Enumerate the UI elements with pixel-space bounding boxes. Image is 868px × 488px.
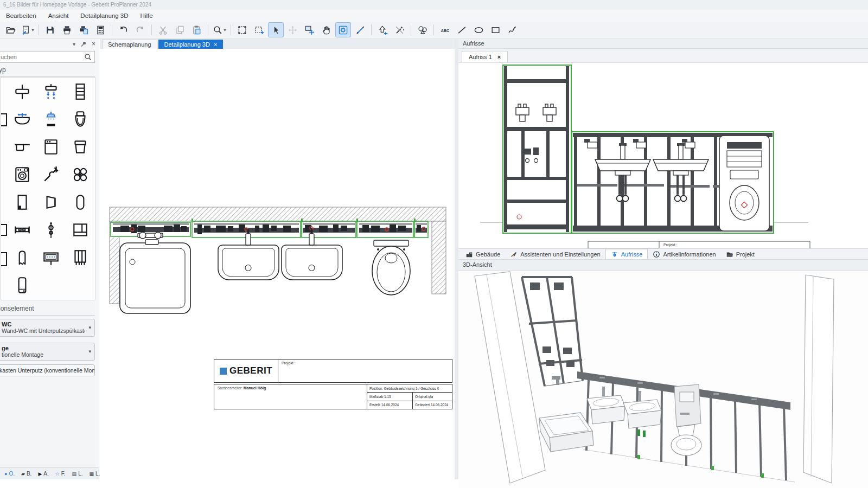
no-snap-button[interactable] [392, 22, 407, 37]
symbol-sink[interactable] [8, 133, 37, 160]
clipped-symbol[interactable] [1, 113, 7, 126]
dock-tab-label: O. [9, 471, 15, 477]
dock-tab-layer[interactable]: ▤L. [69, 470, 86, 478]
line-button[interactable] [454, 22, 470, 37]
tab-artikelinformationen[interactable]: Artikelinformationen [648, 249, 720, 259]
menu-hilfe[interactable]: Hilfe [135, 11, 159, 21]
undo-button[interactable] [116, 22, 131, 37]
symbol-fan[interactable] [66, 160, 95, 188]
tab-gebaeude[interactable]: Gebäude [461, 249, 505, 259]
symbol-panel[interactable] [8, 188, 37, 216]
symbol-tub[interactable] [66, 188, 95, 216]
spline-button[interactable] [505, 22, 520, 37]
3d-view[interactable] [458, 271, 868, 488]
wc-3d[interactable] [671, 425, 701, 455]
dock-tab-bauteile[interactable]: ▰B. [18, 470, 35, 478]
pin-icon[interactable] [80, 41, 87, 47]
print-preview-button[interactable] [76, 22, 92, 37]
redo-button[interactable] [132, 22, 148, 37]
symbol-wc[interactable] [66, 105, 95, 133]
chevron-down-icon[interactable]: ▾ [224, 28, 226, 33]
tab-assistenten[interactable]: Assistenten und Einstellungen [505, 249, 605, 259]
symbol-radpipes[interactable] [66, 243, 95, 271]
pan-button[interactable] [318, 22, 334, 37]
symbol-controlpanel[interactable] [37, 243, 66, 271]
symbol-basin[interactable] [8, 105, 37, 133]
tab-detailplanung-3d[interactable]: Detailplanung 3D × [158, 40, 224, 49]
select-button[interactable] [268, 22, 284, 37]
symbol-shower2[interactable] [37, 78, 66, 105]
panel-splitter[interactable] [455, 39, 458, 479]
chevron-down-icon[interactable]: ▾ [31, 28, 34, 33]
tab-aufrisse[interactable]: Aufrisse [605, 249, 648, 259]
zoom-extents-button[interactable] [234, 22, 250, 37]
symbol-radiator[interactable] [66, 78, 95, 105]
shapes-button[interactable] [414, 22, 430, 37]
zoom-button[interactable]: ▾ [212, 22, 227, 37]
open-button[interactable] [3, 22, 18, 37]
symbol-fitting[interactable] [37, 160, 66, 188]
copy-button[interactable] [172, 22, 188, 37]
tab-close-icon[interactable]: × [497, 54, 501, 60]
menu-detailplanung-3d[interactable]: Detailplanung 3D [74, 11, 134, 21]
plan-drawing[interactable] [100, 49, 455, 479]
installation-frame-wide[interactable] [572, 132, 774, 233]
article-list-button[interactable] [93, 22, 108, 37]
search-input[interactable] [0, 51, 95, 63]
3d-drawing[interactable] [458, 271, 868, 488]
tab-projekt[interactable]: Projekt [721, 249, 760, 259]
wc-type-dropdown[interactable]: WC Wand-WC mit Unterputzspülkasten, Betä… [0, 319, 95, 337]
elevation-canvas[interactable]: Projekt : [458, 63, 868, 248]
panel-dropdown-icon[interactable]: ▾ [73, 41, 75, 47]
insert-arrow-button[interactable] [375, 22, 391, 37]
import-button[interactable]: ▾ [20, 22, 35, 37]
symbol-dishwasher[interactable] [37, 133, 66, 160]
element-settings-button[interactable] [335, 22, 351, 37]
symbol-washer[interactable] [8, 160, 37, 188]
symbol-heater[interactable] [8, 243, 37, 271]
symbol-bin[interactable] [66, 133, 95, 160]
save-button[interactable] [42, 22, 58, 37]
dock-tab-objekte[interactable]: ●O. [1, 470, 18, 478]
print-button[interactable] [59, 22, 75, 37]
sketch-button[interactable] [352, 22, 368, 37]
zoom-window-button[interactable] [251, 22, 267, 37]
symbol-window[interactable] [66, 216, 95, 243]
symbol-boiler[interactable] [8, 271, 37, 299]
clipped-symbol[interactable] [1, 224, 7, 236]
washbasin-2-3d[interactable] [623, 391, 661, 437]
move-button[interactable] [285, 22, 301, 37]
installation-frame-tall-3d[interactable] [522, 277, 583, 386]
plan-canvas[interactable]: GEBERIT Projekt : Sachbearbeiter: Manuel… [100, 49, 455, 479]
symbol-shower1[interactable] [37, 105, 66, 133]
dock-tab-favoriten[interactable]: ☆F. [52, 470, 69, 478]
ellipse-button[interactable] [471, 22, 487, 37]
cistern-3d[interactable] [674, 384, 701, 427]
variant-button[interactable]: kasten Unterputz (konventionelle Montage… [0, 364, 95, 376]
clipped-symbol[interactable] [1, 252, 7, 266]
tab-close-icon[interactable]: × [214, 42, 217, 48]
tab-aufriss-1[interactable]: Aufriss 1 × [462, 51, 508, 62]
cut-button[interactable] [155, 22, 171, 37]
symbol-valve[interactable] [8, 78, 37, 105]
panel-close-icon[interactable]: × [92, 40, 95, 48]
paste-button[interactable] [189, 22, 205, 37]
tab-schemaplanung[interactable]: Schemaplanung [102, 40, 157, 49]
elevation-wc-module[interactable] [719, 136, 769, 231]
dock-tab-artikel[interactable]: ▶A. [35, 470, 52, 478]
shower-tray-3d[interactable] [539, 413, 593, 452]
menu-ansicht[interactable]: Ansicht [42, 11, 75, 21]
wc[interactable] [372, 240, 410, 295]
menu-bearbeiten[interactable]: Bearbeiten [0, 11, 42, 21]
shower-tray[interactable] [120, 232, 190, 313]
installation-frame-tall[interactable] [503, 65, 571, 233]
symbol-pipevalve[interactable] [37, 216, 66, 243]
symbol-rail[interactable] [8, 216, 37, 243]
elevation-drawing[interactable]: Projekt : [458, 63, 868, 248]
rectangle-button[interactable] [488, 22, 503, 37]
text-button[interactable] [437, 22, 453, 37]
symbol-mirror[interactable] [37, 188, 66, 216]
washbasin-1-3d[interactable] [587, 387, 625, 424]
move-selection-button[interactable] [302, 22, 317, 37]
montage-dropdown[interactable]: ge tionelle Montage ▾ [0, 343, 95, 361]
